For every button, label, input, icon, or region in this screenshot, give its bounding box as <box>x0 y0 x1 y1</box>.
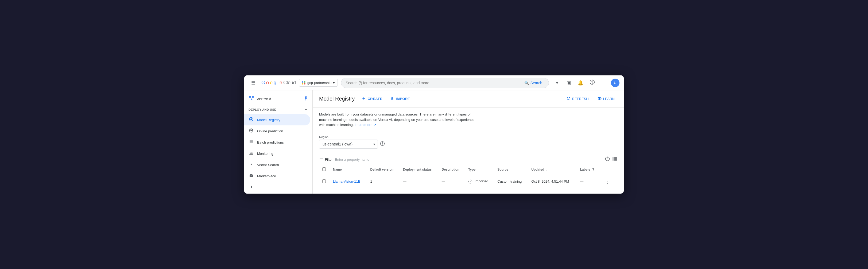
more-vert-icon: ⋮ <box>601 80 607 86</box>
table-header-default-version: Default version <box>367 165 400 174</box>
project-selector[interactable]: gcp-partnership ▾ <box>299 79 338 87</box>
filter-input[interactable] <box>335 157 603 161</box>
section-collapse-icon <box>304 107 308 112</box>
page-title: Model Registry <box>319 96 354 102</box>
help-icon <box>590 80 595 86</box>
search-bar: 🔍 Search <box>341 78 549 88</box>
table-help-icon[interactable] <box>605 156 610 162</box>
help-button[interactable] <box>587 78 597 88</box>
sort-icon: ↓ <box>546 168 548 171</box>
model-name-link[interactable]: Llama-Vision-11B <box>333 179 360 183</box>
data-table: Name Default version Deployment status D… <box>319 165 617 189</box>
row-default-version-cell: 1 <box>367 174 400 189</box>
row-type-cell: Imported <box>465 174 494 189</box>
row-updated-cell: Oct 8, 2024, 4:51:44 PM <box>528 174 577 189</box>
search-icon: 🔍 <box>524 81 529 85</box>
pin-icon <box>303 96 308 102</box>
sidebar-item-model-registry[interactable]: Model Registry <box>244 114 310 125</box>
row-source-cell: Custom training <box>494 174 528 189</box>
topbar-right: ✦ ▣ 🔔 ⋮ U <box>552 78 619 88</box>
display-button[interactable]: ▣ <box>564 78 574 88</box>
header-right: REFRESH LEARN <box>564 95 617 103</box>
info-text: Models are built from your datasets or u… <box>319 112 479 127</box>
import-button[interactable]: IMPORT <box>387 95 413 103</box>
row-name-cell: Llama-Vision-11B <box>330 174 367 189</box>
row-checkbox-cell <box>319 174 330 189</box>
table-header-updated[interactable]: Updated ↓ <box>528 165 577 174</box>
learn-button[interactable]: LEARN <box>595 95 617 103</box>
external-link-icon: ↗ <box>373 123 376 127</box>
import-icon <box>390 96 394 101</box>
filter-icon <box>319 157 323 162</box>
table-header-deployment-status: Deployment status <box>400 165 438 174</box>
vertex-ai-icon <box>249 95 254 102</box>
sidebar: Vertex AI DEPLOY AND USE Model Registry <box>244 90 313 193</box>
table-header-actions <box>600 165 617 174</box>
sidebar-collapse-button[interactable] <box>244 182 312 193</box>
table-toolbar: Filter <box>319 154 617 165</box>
table-header-source: Source <box>494 165 528 174</box>
sidebar-item-label: Model Registry <box>257 118 280 122</box>
row-labels-cell: — <box>577 174 599 189</box>
refresh-button[interactable]: REFRESH <box>564 95 591 103</box>
page-header: Model Registry CREATE IMPORT <box>313 90 624 108</box>
sparkle-button[interactable]: ✦ <box>552 78 562 88</box>
sidebar-item-online-prediction[interactable]: Online prediction <box>244 125 310 137</box>
search-input[interactable] <box>345 81 520 85</box>
table-header-type: Type <box>465 165 494 174</box>
table-header-description: Description <box>438 165 465 174</box>
region-section: Region us-central1 (Iowa) <box>313 132 624 152</box>
type-icon <box>468 179 475 183</box>
collapse-icon <box>249 184 254 191</box>
project-name: gcp-partnership <box>307 81 331 85</box>
sparkle-icon: ✦ <box>555 80 559 86</box>
sidebar-section-header: DEPLOY AND USE <box>244 105 312 114</box>
table-section: Filter <box>313 152 624 191</box>
sidebar-item-batch-predictions[interactable]: Batch predictions <box>244 137 310 148</box>
row-description-cell: — <box>438 174 465 189</box>
vector-search-icon <box>249 162 254 168</box>
header-actions: CREATE IMPORT <box>359 95 413 103</box>
learn-more-link[interactable]: Learn more ↗ <box>354 123 376 127</box>
learn-icon <box>597 96 601 101</box>
svg-point-3 <box>251 130 252 131</box>
svg-point-2 <box>250 118 252 120</box>
project-grid-icon <box>302 81 306 85</box>
column-toggle-icon[interactable] <box>612 156 617 163</box>
toolbar-right <box>605 156 617 163</box>
sidebar-item-label: Marketplace <box>257 174 276 178</box>
hamburger-menu[interactable]: ☰ <box>249 78 258 88</box>
sidebar-item-label: Batch predictions <box>257 140 284 144</box>
main-content: Vertex AI DEPLOY AND USE Model Registry <box>244 90 624 193</box>
region-select[interactable]: us-central1 (Iowa) <box>319 140 378 149</box>
table-header-row: Name Default version Deployment status D… <box>319 165 617 174</box>
row-deployment-status-cell: — <box>400 174 438 189</box>
avatar[interactable]: U <box>611 79 619 87</box>
sidebar-item-label: Online prediction <box>257 129 283 133</box>
info-section: Models are built from your datasets or u… <box>313 108 624 132</box>
topbar: ☰ Google Cloud gcp-partnership ▾ 🔍 Se <box>244 76 624 90</box>
region-help-icon[interactable] <box>380 141 385 147</box>
sidebar-item-monitoring[interactable]: Monitoring <box>244 148 310 159</box>
page-content: Model Registry CREATE IMPORT <box>313 90 624 193</box>
labels-help-icon[interactable]: ? <box>592 168 594 171</box>
project-dropdown-icon: ▾ <box>333 81 335 85</box>
create-button[interactable]: CREATE <box>359 95 385 103</box>
select-all-checkbox[interactable] <box>322 168 326 171</box>
row-more-button[interactable]: ⋮ <box>603 177 613 186</box>
display-icon: ▣ <box>566 80 571 86</box>
row-checkbox[interactable] <box>322 179 326 183</box>
product-header: Vertex AI <box>244 92 312 105</box>
region-label: Region <box>319 135 617 139</box>
bell-icon: 🔔 <box>578 80 583 86</box>
product-name: Vertex AI <box>256 96 273 101</box>
batch-predictions-icon <box>249 139 254 145</box>
notifications-button[interactable]: 🔔 <box>576 78 585 88</box>
sidebar-item-vector-search[interactable]: Vector Search <box>244 159 310 170</box>
filter-button[interactable]: Filter <box>319 157 333 162</box>
more-options-button[interactable]: ⋮ <box>599 78 609 88</box>
search-button[interactable]: 🔍 Search <box>522 80 545 86</box>
google-logo: Google Cloud <box>261 80 296 86</box>
sidebar-item-marketplace[interactable]: Marketplace <box>244 170 310 182</box>
row-actions-cell: ⋮ <box>600 174 617 189</box>
